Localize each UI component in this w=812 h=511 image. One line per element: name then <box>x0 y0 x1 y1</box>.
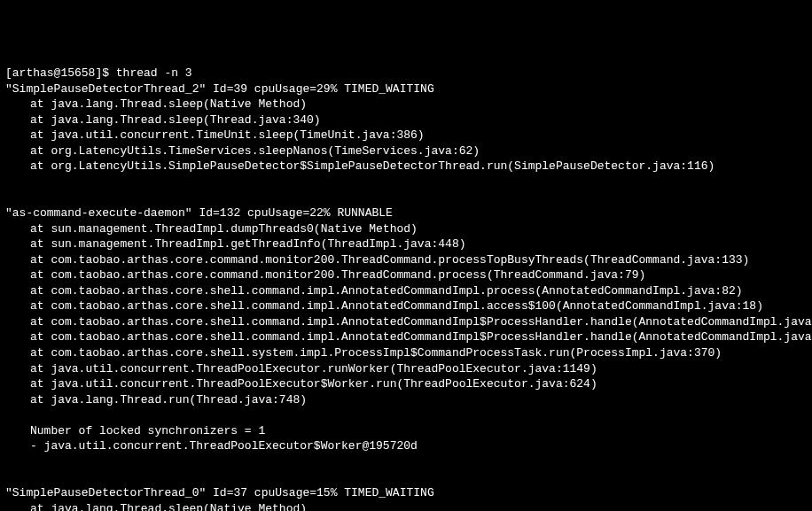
stack-frame: at com.taobao.arthas.core.shell.system.i… <box>5 345 807 361</box>
blank-line <box>5 454 807 470</box>
stack-frame: at com.taobao.arthas.core.shell.command.… <box>5 314 807 330</box>
prompt-line[interactable]: [arthas@15658]$ thread -n 3 <box>5 66 807 81</box>
blank-line <box>5 407 807 423</box>
stack-frame: at java.util.concurrent.TimeUnit.sleep(T… <box>5 128 807 143</box>
stack-frame: at com.taobao.arthas.core.command.monito… <box>5 267 807 283</box>
blank-line <box>5 469 807 485</box>
stack-frame: at java.lang.Thread.sleep(Native Method) <box>5 97 807 112</box>
stack-frame: at java.lang.Thread.sleep(Thread.java:34… <box>5 112 807 128</box>
stack-frame: at sun.management.ThreadImpl.getThreadIn… <box>5 236 807 252</box>
stack-frame: at java.lang.Thread.run(Thread.java:748) <box>5 392 807 408</box>
terminal-output: [arthas@15658]$ thread -n 3"SimplePauseD… <box>5 66 807 511</box>
stack-frame: at com.taobao.arthas.core.shell.command.… <box>5 329 807 345</box>
thread-header: "SimplePauseDetectorThread_0" Id=37 cpuU… <box>5 485 807 501</box>
stack-frame: at org.LatencyUtils.TimeServices.sleepNa… <box>5 143 807 159</box>
blank-line <box>5 190 807 206</box>
stack-frame: at java.util.concurrent.ThreadPoolExecut… <box>5 361 807 377</box>
stack-frame: at com.taobao.arthas.core.command.monito… <box>5 252 807 268</box>
stack-frame: at sun.management.ThreadImpl.dumpThreads… <box>5 221 807 237</box>
synchronizer-line: - java.util.concurrent.ThreadPoolExecuto… <box>5 438 807 454</box>
thread-header: "as-command-execute-daemon" Id=132 cpuUs… <box>5 205 807 221</box>
stack-frame: at java.util.concurrent.ThreadPoolExecut… <box>5 376 807 392</box>
thread-header: "SimplePauseDetectorThread_2" Id=39 cpuU… <box>5 81 807 97</box>
stack-frame: at org.LatencyUtils.SimplePauseDetector$… <box>5 159 807 174</box>
blank-line <box>5 174 807 190</box>
stack-frame: at com.taobao.arthas.core.shell.command.… <box>5 298 807 314</box>
stack-frame: at java.lang.Thread.sleep(Native Method) <box>5 501 807 512</box>
synchronizer-line: Number of locked synchronizers = 1 <box>5 423 807 439</box>
stack-frame: at com.taobao.arthas.core.shell.command.… <box>5 283 807 299</box>
